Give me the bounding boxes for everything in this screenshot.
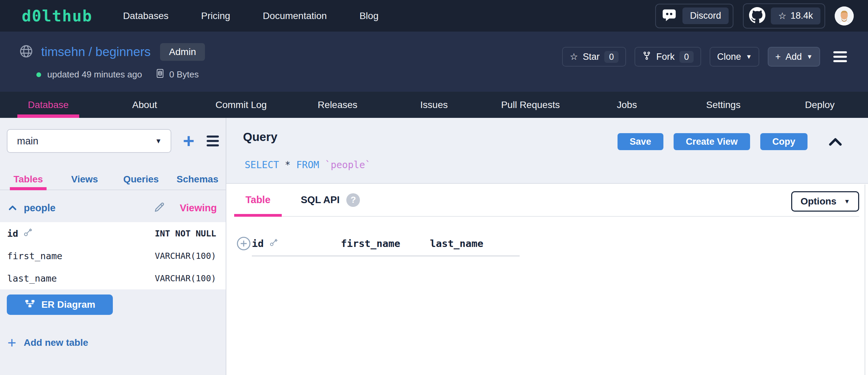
- sql-keyword-from-text: FROM: [296, 159, 319, 171]
- table-name[interactable]: people: [24, 202, 55, 214]
- create-view-button[interactable]: Create View: [674, 133, 750, 150]
- status-dot: [36, 72, 41, 77]
- sidebar-tabs: Tables Views Queries Schemas: [0, 169, 226, 190]
- discord-widget[interactable]: Discord: [655, 4, 733, 28]
- sql-statement[interactable]: SELECT * FROM `people`: [245, 159, 371, 171]
- discord-icon: [661, 7, 677, 24]
- edit-pencil-icon[interactable]: [153, 201, 166, 215]
- fork-button[interactable]: Fork 0: [635, 47, 701, 67]
- nav-link-documentation[interactable]: Documentation: [263, 11, 327, 21]
- chevron-up-icon[interactable]: [7, 203, 18, 213]
- github-star-count[interactable]: ☆ 18.4k: [771, 7, 820, 24]
- column-name-text: last_name: [7, 273, 57, 284]
- branch-menu-icon[interactable]: [207, 136, 219, 146]
- nav-link-pricing[interactable]: Pricing: [201, 11, 230, 21]
- query-actions: Save Create View Copy: [618, 133, 842, 150]
- fork-count-badge[interactable]: 0: [679, 51, 694, 63]
- discord-label[interactable]: Discord: [682, 7, 729, 24]
- column-name: last_name: [7, 273, 57, 284]
- sql-keyword-from: [291, 159, 296, 171]
- tab-releases[interactable]: Releases: [289, 92, 386, 118]
- viewing-status: Viewing: [180, 202, 217, 214]
- tab-deploy[interactable]: Deploy: [771, 92, 868, 118]
- repo-breadcrumb: timsehn/beginners: [41, 45, 151, 59]
- github-widget[interactable]: ☆ 18.4k: [743, 3, 825, 29]
- database-sidebar: main ▼ + Tables Views Queries Schemas pe…: [0, 118, 226, 375]
- collapse-chevron-up-icon[interactable]: [829, 137, 842, 147]
- nav-link-blog[interactable]: Blog: [360, 11, 379, 21]
- navbar-right: Discord ☆ 18.4k: [655, 3, 854, 29]
- chevron-down-icon: ▼: [844, 198, 850, 204]
- scroll-track[interactable]: [865, 184, 865, 375]
- save-button[interactable]: Save: [618, 133, 663, 150]
- star-count-badge[interactable]: 0: [604, 51, 619, 63]
- options-button[interactable]: Options ▼: [791, 191, 859, 212]
- add-new-table-button[interactable]: + Add new table: [7, 335, 226, 350]
- copy-button[interactable]: Copy: [760, 133, 808, 150]
- sql-api-label: SQL API: [301, 194, 340, 206]
- tab-database[interactable]: Database: [0, 92, 97, 118]
- updated-text: updated 49 minutes ago: [47, 69, 142, 80]
- tab-jobs[interactable]: Jobs: [579, 92, 675, 118]
- new-branch-button[interactable]: +: [183, 131, 194, 150]
- repo-meta: updated 49 minutes ago 0 Bytes: [36, 68, 846, 81]
- sidebar-tab-views[interactable]: Views: [56, 169, 113, 190]
- star-button[interactable]: ☆ Star 0: [562, 47, 626, 67]
- breadcrumb-slash: /: [85, 45, 96, 59]
- grid-column-label: last_name: [430, 238, 483, 249]
- column-name: first_name: [7, 251, 63, 261]
- er-diagram-label: ER Diagram: [41, 299, 96, 310]
- er-diagram-icon: [24, 298, 35, 311]
- grid-column-id[interactable]: id: [252, 238, 341, 249]
- column-type: VARCHAR(100): [155, 251, 216, 261]
- help-icon[interactable]: ?: [346, 193, 360, 207]
- size-text: 0 Bytes: [169, 69, 199, 80]
- clone-button[interactable]: Clone ▼: [710, 47, 759, 67]
- column-name: id: [7, 228, 33, 239]
- star-icon: ☆: [570, 51, 578, 62]
- query-title: Query: [243, 130, 277, 144]
- tab-about[interactable]: About: [97, 92, 193, 118]
- column-row-last-name: last_name VARCHAR(100): [0, 267, 226, 289]
- content-area: main ▼ + Tables Views Queries Schemas pe…: [0, 118, 868, 375]
- repo-menu-icon[interactable]: [833, 51, 847, 62]
- results-tab-table[interactable]: Table: [234, 184, 282, 216]
- tab-pull-requests[interactable]: Pull Requests: [482, 92, 579, 118]
- table-columns-list: id INT NOT NULL first_name VARCHAR(100): [0, 222, 226, 289]
- add-row-icon[interactable]: [236, 236, 251, 253]
- tab-issues[interactable]: Issues: [386, 92, 482, 118]
- grid-header-divider: [252, 255, 520, 256]
- sidebar-tab-tables[interactable]: Tables: [0, 169, 56, 190]
- branch-selector[interactable]: main ▼: [7, 129, 171, 153]
- github-icon: [749, 7, 765, 25]
- fork-icon: [642, 51, 652, 63]
- sidebar-tab-queries[interactable]: Queries: [113, 169, 169, 190]
- results-tab-sql-api[interactable]: SQL API ?: [301, 184, 360, 216]
- repo-name-link[interactable]: beginners: [96, 45, 151, 59]
- grid-column-label: first_name: [341, 238, 400, 249]
- primary-key-icon: [269, 238, 278, 249]
- grid-columns: id first_name last_name: [252, 238, 868, 249]
- column-name-text: first_name: [7, 251, 63, 261]
- sidebar-tab-schemas[interactable]: Schemas: [169, 169, 226, 190]
- branch-value: main: [17, 136, 38, 147]
- sql-keyword-select: SELECT: [245, 159, 279, 171]
- repo-owner-link[interactable]: timsehn: [41, 45, 85, 59]
- tab-commit-log[interactable]: Commit Log: [193, 92, 290, 118]
- user-avatar[interactable]: [835, 6, 854, 25]
- dolthub-logo[interactable]: d0lthub: [22, 7, 92, 25]
- chevron-down-icon: ▼: [155, 137, 162, 145]
- er-diagram-button[interactable]: ER Diagram: [7, 294, 113, 315]
- github-count: 18.4k: [791, 11, 813, 21]
- sql-star-glyph: *: [285, 159, 291, 171]
- grid-column-last-name[interactable]: last_name: [430, 238, 519, 249]
- grid-column-first-name[interactable]: first_name: [341, 238, 430, 249]
- tab-settings[interactable]: Settings: [675, 92, 771, 118]
- results-grid-header: id first_name last_name: [226, 238, 868, 256]
- clone-label: Clone: [717, 52, 741, 62]
- add-button[interactable]: + Add ▼: [768, 47, 820, 67]
- nav-link-databases[interactable]: Databases: [123, 11, 169, 21]
- column-row-id: id INT NOT NULL: [0, 222, 226, 245]
- plus-icon: +: [775, 52, 781, 62]
- fork-label: Fork: [656, 52, 675, 62]
